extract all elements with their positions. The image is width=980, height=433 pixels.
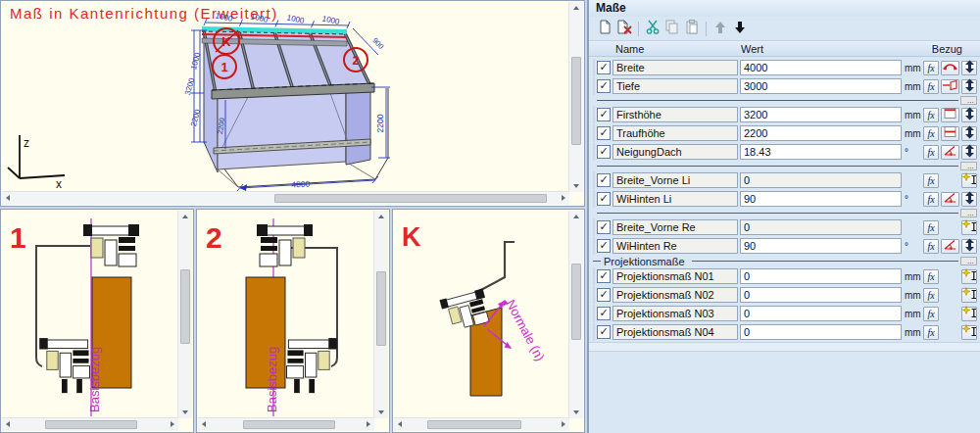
scroll-left-button[interactable] (2, 418, 14, 430)
detail1-horizontal-scrollbar[interactable] (2, 417, 178, 431)
scroll-up-button[interactable] (179, 211, 191, 222)
measure-name-field[interactable] (612, 144, 738, 160)
measure-name-field[interactable] (612, 287, 738, 303)
scroll-thumb[interactable] (243, 420, 335, 429)
3d-view-panel[interactable]: Maß in Kantenrichtung (Erweitert) (0, 0, 585, 207)
formula-button[interactable]: fx (923, 126, 939, 141)
measure-name-field[interactable] (612, 60, 738, 75)
measure-name-field[interactable] (612, 324, 738, 340)
scroll-down-button[interactable] (570, 180, 582, 192)
detailk-vertical-scrollbar[interactable] (568, 211, 583, 418)
scroll-left-button[interactable] (2, 192, 14, 204)
move-up-button[interactable] (710, 20, 729, 38)
measure-value-field[interactable] (740, 219, 902, 235)
delete-row-button[interactable] (614, 20, 633, 38)
measure-name-field[interactable] (612, 219, 738, 235)
bezug-angle-measure-button[interactable] (941, 192, 959, 207)
measure-value-field[interactable] (740, 125, 902, 141)
scroll-thumb[interactable] (376, 271, 386, 346)
scroll-thumb[interactable] (427, 420, 521, 429)
scroll-up-button[interactable] (570, 211, 582, 222)
scroll-thumb[interactable] (571, 57, 581, 145)
bezug-depth-measure-button[interactable] (941, 79, 959, 94)
measure-value-field[interactable] (740, 172, 902, 188)
3d-view-horizontal-scrollbar[interactable] (2, 191, 569, 205)
formula-button[interactable]: fx (923, 61, 939, 75)
insert-new-button[interactable] (961, 325, 977, 340)
swap-direction-button[interactable] (961, 192, 977, 207)
measure-value-field[interactable] (740, 107, 902, 122)
row-checkbox[interactable]: ✓ (597, 307, 611, 320)
detail-panel-k[interactable]: K Normale (n) (392, 209, 585, 433)
measure-value-field[interactable] (740, 324, 902, 340)
scroll-right-button[interactable] (558, 418, 569, 430)
insert-new-button[interactable] (961, 269, 977, 284)
formula-button[interactable]: fx (923, 269, 939, 284)
row-checkbox[interactable]: ✓ (597, 325, 611, 339)
scroll-up-button[interactable] (375, 211, 387, 222)
formula-button[interactable]: fx (923, 108, 939, 122)
detail1-vertical-scrollbar[interactable] (177, 211, 192, 418)
measure-name-field[interactable] (612, 107, 738, 122)
row-checkbox[interactable]: ✓ (597, 79, 611, 93)
detailk-horizontal-scrollbar[interactable] (394, 417, 569, 431)
formula-button[interactable]: fx (923, 325, 939, 340)
measure-value-field[interactable] (740, 78, 902, 94)
scroll-right-button[interactable] (167, 418, 178, 430)
measure-value-field[interactable] (740, 268, 902, 284)
measure-name-field[interactable] (612, 191, 738, 207)
formula-button[interactable]: fx (923, 220, 939, 235)
scroll-right-button[interactable] (558, 192, 569, 204)
measure-name-field[interactable] (612, 78, 738, 94)
measure-name-field[interactable] (612, 268, 738, 284)
section-options-button[interactable]: ... (960, 96, 977, 105)
measure-value-field[interactable] (740, 60, 902, 75)
swap-direction-button[interactable] (961, 145, 977, 160)
bezug-width-measure-button[interactable] (941, 61, 959, 75)
measure-value-field[interactable] (740, 238, 902, 254)
section-options-button[interactable]: ... (960, 257, 977, 265)
row-checkbox[interactable]: ✓ (597, 145, 611, 159)
bezug-angle-measure-button[interactable] (941, 145, 959, 160)
swap-direction-button[interactable] (961, 126, 977, 141)
swap-direction-button[interactable] (961, 239, 977, 254)
row-checkbox[interactable]: ✓ (597, 239, 611, 253)
measure-name-field[interactable] (612, 238, 738, 254)
row-checkbox[interactable]: ✓ (597, 220, 611, 234)
scroll-right-button[interactable] (363, 418, 374, 430)
insert-new-button[interactable] (961, 220, 977, 235)
measure-value-field[interactable] (740, 191, 902, 207)
measure-value-field[interactable] (740, 306, 902, 321)
measure-value-field[interactable] (740, 287, 902, 303)
move-down-button[interactable] (730, 20, 749, 38)
formula-button[interactable]: fx (923, 192, 939, 207)
row-checkbox[interactable]: ✓ (597, 192, 611, 206)
section-options-button[interactable]: ... (960, 162, 977, 170)
scroll-down-button[interactable] (375, 407, 387, 418)
measure-name-field[interactable] (612, 306, 738, 321)
scroll-thumb[interactable] (571, 264, 581, 340)
row-checkbox[interactable]: ✓ (597, 173, 611, 187)
swap-direction-button[interactable] (961, 79, 977, 94)
detail-panel-1[interactable]: 1 Basisbezug (0, 209, 194, 433)
row-checkbox[interactable]: ✓ (597, 108, 611, 121)
bezug-eave-height-button[interactable] (941, 126, 959, 141)
bezug-ridge-height-button[interactable] (941, 108, 959, 122)
formula-button[interactable]: fx (923, 288, 939, 303)
insert-new-button[interactable] (961, 307, 977, 321)
formula-button[interactable]: fx (923, 145, 939, 160)
scroll-down-button[interactable] (179, 407, 191, 418)
scroll-thumb[interactable] (45, 420, 137, 429)
section-options-button[interactable]: ... (960, 209, 977, 217)
measure-name-field[interactable] (612, 172, 738, 188)
formula-button[interactable]: fx (923, 173, 939, 188)
row-checkbox[interactable]: ✓ (597, 126, 611, 140)
cut-button[interactable] (643, 20, 662, 38)
detail-panel-2[interactable]: 2 Basisbezug (196, 209, 390, 433)
scroll-left-button[interactable] (394, 418, 406, 430)
bezug-angle-measure-button[interactable] (941, 239, 959, 254)
3d-view-vertical-scrollbar[interactable] (568, 2, 583, 192)
copy-button[interactable] (662, 20, 681, 38)
measure-name-field[interactable] (612, 125, 738, 141)
new-document-button[interactable] (595, 20, 613, 38)
